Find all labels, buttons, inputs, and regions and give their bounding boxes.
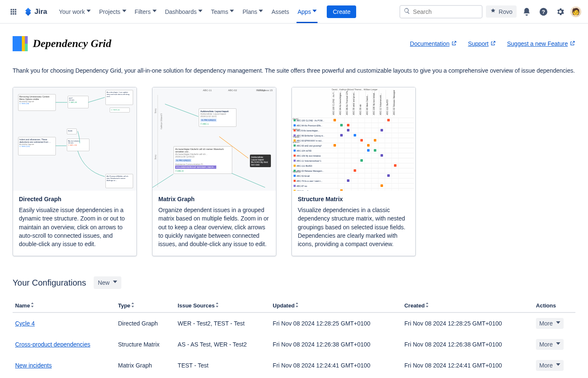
app-logo: Dependency Grid bbox=[13, 36, 111, 51]
intro-text: Thank you for choosing Dependency Grid, … bbox=[13, 66, 575, 75]
card-title: Matrix Graph bbox=[158, 196, 270, 202]
app-switcher-icon[interactable] bbox=[7, 5, 20, 18]
nav-item-projects[interactable]: Projects bbox=[96, 6, 130, 18]
nav-item-your-work[interactable]: Your work bbox=[55, 6, 94, 18]
card-description: Visualize dependencies in a classic depe… bbox=[298, 206, 410, 248]
config-name-link[interactable]: Cycle 4 bbox=[15, 320, 35, 327]
configurations-table: NameTypeIssue SourcesUpdatedCreatedActio… bbox=[13, 299, 575, 376]
top-nav: Jira Your workProjectsFiltersDashboardsT… bbox=[0, 0, 588, 24]
rovo-button[interactable]: Rovo bbox=[486, 5, 517, 18]
header-links: Documentation Support Suggest a new Feat… bbox=[410, 40, 575, 47]
chevron-down-icon bbox=[556, 342, 560, 346]
external-link-icon bbox=[490, 40, 496, 47]
create-button[interactable]: Create bbox=[327, 5, 356, 18]
nav-item-dashboards[interactable]: Dashboards bbox=[162, 6, 206, 18]
chevron-down-icon bbox=[556, 321, 560, 326]
nav-item-teams[interactable]: Teams bbox=[207, 6, 237, 18]
table-row: New incidentsMatrix GraphTEST - TestFri … bbox=[13, 355, 575, 376]
sort-icon bbox=[131, 302, 134, 307]
sort-icon bbox=[295, 302, 299, 307]
help-icon[interactable]: ? bbox=[537, 5, 550, 18]
chevron-down-icon bbox=[259, 10, 263, 14]
chevron-down-icon bbox=[312, 10, 317, 14]
settings-icon[interactable] bbox=[554, 5, 567, 18]
rovo-icon bbox=[490, 8, 496, 15]
chevron-down-icon bbox=[113, 281, 117, 285]
page-title: Dependency Grid bbox=[33, 37, 111, 50]
more-button[interactable]: More bbox=[536, 339, 564, 350]
card-thumbnail: ABC-11 ABC-02 TEST-9 In Progress 15 Stor… bbox=[152, 87, 276, 191]
table-row: Cycle 4Directed GraphWER - Test2, TEST -… bbox=[13, 312, 575, 334]
card-description: Easily visualize issue dependencies in a… bbox=[19, 206, 131, 248]
documentation-link[interactable]: Documentation bbox=[410, 40, 457, 47]
svg-text:?: ? bbox=[542, 8, 545, 15]
card-directed-graph[interactable]: Removing Unnecessary Context Menu Option… bbox=[13, 87, 137, 256]
search-icon bbox=[404, 8, 410, 16]
card-title: Directed Graph bbox=[19, 196, 131, 202]
chevron-down-icon bbox=[230, 10, 234, 14]
search-input[interactable] bbox=[399, 5, 483, 18]
external-link-icon bbox=[451, 40, 457, 47]
external-link-icon bbox=[570, 40, 575, 47]
nav-item-assets[interactable]: Assets bbox=[268, 6, 292, 18]
section-title: Your Configurations bbox=[13, 278, 86, 288]
column-header-issue-sources[interactable]: Issue Sources bbox=[175, 299, 270, 312]
card-matrix-graph[interactable]: ABC-11 ABC-02 TEST-9 In Progress 15 Stor… bbox=[152, 87, 276, 256]
chevron-down-icon bbox=[152, 10, 157, 14]
more-button[interactable]: More bbox=[536, 360, 564, 371]
new-button[interactable]: New bbox=[94, 276, 121, 289]
sort-icon bbox=[425, 302, 429, 307]
chevron-down-icon bbox=[122, 10, 126, 14]
column-header-updated[interactable]: Updated bbox=[270, 299, 402, 312]
nav-item-plans[interactable]: Plans bbox=[239, 6, 266, 18]
nav-item-filters[interactable]: Filters bbox=[131, 6, 160, 18]
page-header: Dependency Grid Documentation Support Su… bbox=[13, 36, 575, 51]
jira-logo[interactable]: Jira bbox=[24, 7, 47, 16]
column-header-name[interactable]: Name bbox=[13, 299, 116, 312]
chevron-down-icon bbox=[87, 10, 91, 14]
card-thumbnail: David... Kathryn Eklund Theresi... Willi… bbox=[292, 87, 415, 191]
config-name-link[interactable]: Cross-product dependencies bbox=[15, 341, 90, 348]
notifications-icon[interactable] bbox=[520, 5, 533, 18]
card-structure-matrix[interactable]: David... Kathryn Eklund Theresi... Willi… bbox=[291, 87, 416, 256]
support-link[interactable]: Support bbox=[468, 40, 496, 47]
column-header-type[interactable]: Type bbox=[116, 299, 175, 312]
layout-cards: Removing Unnecessary Context Menu Option… bbox=[13, 87, 575, 256]
nav-items: Your workProjectsFiltersDashboardsTeamsP… bbox=[55, 6, 320, 18]
avatar[interactable]: 🧑 bbox=[570, 6, 581, 17]
table-row: Cross-product dependenciesStructure Matr… bbox=[13, 334, 575, 355]
more-button[interactable]: More bbox=[536, 318, 564, 329]
rovo-label: Rovo bbox=[499, 8, 512, 15]
page-content: Dependency Grid Documentation Support Su… bbox=[0, 24, 588, 378]
chevron-down-icon bbox=[198, 10, 202, 14]
card-title: Structure Matrix bbox=[298, 196, 410, 202]
config-name-link[interactable]: New incidents bbox=[15, 362, 52, 369]
card-description: Organize dependent issues in a grouped m… bbox=[158, 206, 270, 248]
sort-icon bbox=[215, 302, 219, 307]
app-logo-mark bbox=[13, 36, 28, 51]
configurations-header: Your Configurations New bbox=[13, 276, 575, 289]
suggest-feature-link[interactable]: Suggest a new Feature bbox=[507, 40, 575, 47]
chevron-down-icon bbox=[556, 363, 560, 368]
card-thumbnail: Removing Unnecessary Context Menu Option… bbox=[13, 87, 136, 191]
nav-item-apps[interactable]: Apps bbox=[294, 6, 320, 18]
search-field[interactable] bbox=[413, 8, 478, 15]
product-name: Jira bbox=[34, 8, 47, 16]
column-header-actions: Actions bbox=[533, 299, 575, 312]
column-header-created[interactable]: Created bbox=[402, 299, 533, 312]
sort-icon bbox=[31, 302, 34, 307]
